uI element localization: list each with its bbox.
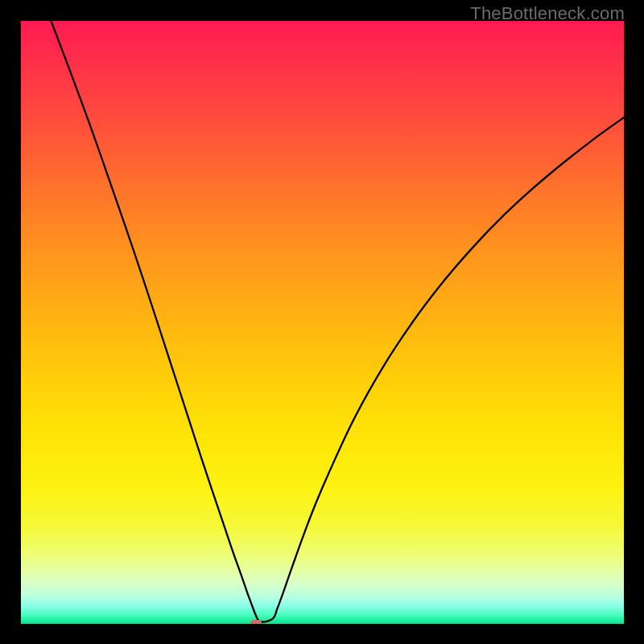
plot-area: [21, 21, 624, 624]
watermark-text: TheBottleneck.com: [470, 3, 625, 24]
minimum-marker: [250, 620, 262, 624]
curve-svg: [21, 21, 624, 624]
bottleneck-curve: [51, 21, 624, 622]
chart-container: TheBottleneck.com: [0, 0, 644, 644]
